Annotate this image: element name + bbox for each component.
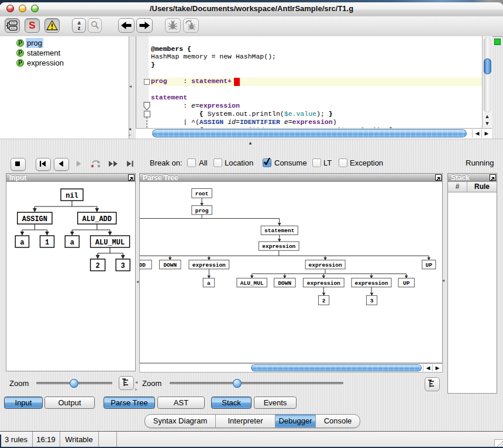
- svg-text:3: 3: [121, 262, 125, 270]
- svg-text:ALU_ADD: ALU_ADD: [140, 262, 146, 268]
- svg-text:expression: expression: [354, 280, 388, 287]
- svg-text:ALU_MUL: ALU_MUL: [240, 280, 264, 287]
- svg-text:DOWN: DOWN: [278, 280, 291, 287]
- svg-text:ALU_ADD: ALU_ADD: [82, 215, 112, 223]
- svg-text:a: a: [20, 239, 24, 247]
- svg-text:3: 3: [370, 298, 374, 304]
- svg-text:ALU_MUL: ALU_MUL: [95, 239, 125, 247]
- svg-text:expression: expression: [192, 262, 226, 268]
- svg-text:DOWN: DOWN: [163, 262, 177, 268]
- svg-text:ASSIGN: ASSIGN: [22, 215, 47, 223]
- svg-text:a: a: [70, 239, 74, 247]
- svg-text:1: 1: [45, 239, 49, 247]
- svg-text:prog: prog: [195, 208, 209, 214]
- svg-text:nil: nil: [66, 192, 78, 200]
- svg-text:2: 2: [322, 298, 326, 304]
- svg-text:a: a: [207, 280, 211, 287]
- svg-text:2: 2: [95, 262, 99, 270]
- svg-text:UP: UP: [403, 280, 410, 287]
- svg-text:expression: expression: [307, 280, 340, 287]
- svg-text:statement: statement: [264, 228, 294, 234]
- svg-text:expression: expression: [309, 262, 342, 268]
- svg-text:UP: UP: [425, 262, 432, 268]
- svg-text:root: root: [195, 191, 209, 197]
- svg-text:expression: expression: [262, 243, 295, 250]
